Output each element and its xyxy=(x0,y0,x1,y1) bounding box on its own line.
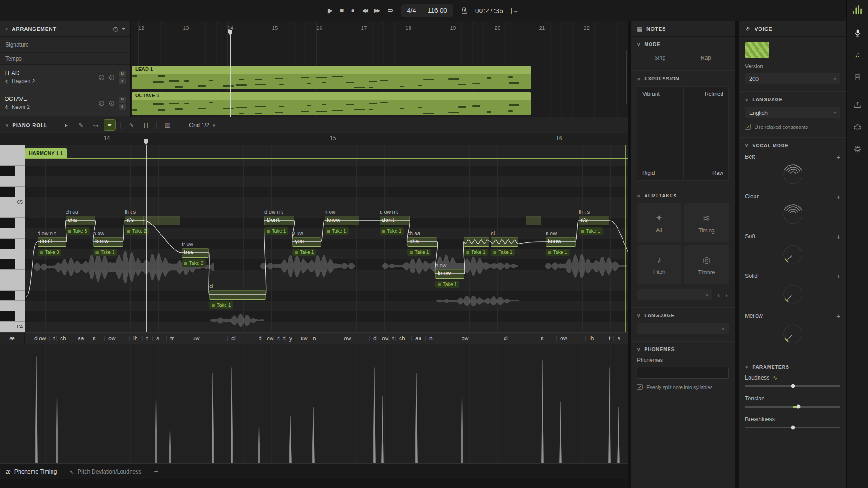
piano-key[interactable] xyxy=(0,187,25,197)
slider-thumb[interactable] xyxy=(791,426,795,430)
piano-key[interactable] xyxy=(0,301,25,311)
phoneme-token[interactable]: s xyxy=(618,335,620,342)
note[interactable] xyxy=(209,290,266,300)
library-panel-button[interactable] xyxy=(850,70,865,84)
glue-tool[interactable]: ↝ xyxy=(89,119,101,131)
phoneme-token[interactable]: y xyxy=(289,335,292,342)
history-button[interactable]: ◷ xyxy=(113,25,118,32)
tension-slider[interactable] xyxy=(745,406,840,408)
phoneme-token[interactable]: ih xyxy=(590,335,594,342)
solo-button[interactable]: S xyxy=(119,78,126,84)
collapse-chevron-icon[interactable]: ∨ xyxy=(5,26,8,31)
chevron-down-icon[interactable]: ∨ xyxy=(745,143,749,148)
phoneme-token[interactable]: ow xyxy=(108,335,115,342)
cloud-sync-button[interactable] xyxy=(850,120,865,134)
phoneme-token[interactable]: ow xyxy=(344,335,351,342)
piano-key[interactable] xyxy=(0,166,25,176)
pan-dial[interactable] xyxy=(108,74,115,81)
voice-panel-button[interactable] xyxy=(850,26,865,40)
arrangement-playhead[interactable] xyxy=(230,35,231,117)
gain-dial[interactable] xyxy=(98,74,105,81)
voice-avatar[interactable] xyxy=(745,42,769,58)
take-badge[interactable]: ▦Take 3 xyxy=(38,249,61,256)
follow-playhead-button[interactable]: |→ xyxy=(510,7,519,14)
chevron-down-icon[interactable]: ∨ xyxy=(745,97,749,102)
slider-thumb[interactable] xyxy=(797,405,801,409)
piano-key[interactable]: C4 xyxy=(0,322,25,332)
forward-button[interactable]: ▶▶ xyxy=(374,8,379,14)
piano-key[interactable] xyxy=(0,207,25,218)
grid-select[interactable]: Grid 1/2 ∨ xyxy=(189,122,216,128)
clear-knob[interactable] xyxy=(781,203,805,226)
note[interactable]: cha xyxy=(407,237,437,247)
track-lead[interactable]: LEAD Hayden 2 M S xyxy=(0,65,130,90)
phoneme-token[interactable]: d ow xyxy=(34,335,46,342)
settings-button[interactable] xyxy=(850,142,865,156)
track-octave[interactable]: OCTAVE Kevin 2 M S xyxy=(0,90,130,116)
export-button[interactable] xyxy=(850,98,865,112)
piano-roll-canvas[interactable]: HARMONY 1 1 d ow n tdon't▦Take 3ch aacha… xyxy=(0,145,628,332)
collapse-chevron-icon[interactable]: ∨ xyxy=(5,122,9,127)
take-badge[interactable]: ▦Take 1 xyxy=(407,249,431,256)
phoneme-token[interactable]: t xyxy=(392,335,394,342)
quantize-tool[interactable]: ▦ xyxy=(161,119,174,131)
take-badge[interactable]: ▦Take 1 xyxy=(380,227,404,235)
soft-knob[interactable] xyxy=(781,243,805,266)
mode-rap-button[interactable]: Rap xyxy=(683,52,729,64)
phoneme-token[interactable]: n xyxy=(313,335,316,342)
version-select[interactable]: 200∨ xyxy=(745,73,840,84)
piano-roll-playhead[interactable] xyxy=(146,145,147,332)
take-badge[interactable]: ▦Take 3 xyxy=(182,259,206,267)
pitch-curve-tool[interactable]: ∿ xyxy=(125,119,137,131)
solid-knob[interactable] xyxy=(781,282,805,306)
take-badge[interactable]: ▦Take 1 xyxy=(264,227,288,235)
note[interactable]: know xyxy=(435,269,464,279)
mellow-knob[interactable] xyxy=(781,322,805,346)
add-soft-button[interactable]: + xyxy=(836,233,840,240)
retake-timbre-button[interactable]: ◎Timbre xyxy=(684,245,729,284)
rewind-button[interactable]: ◀◀ xyxy=(362,8,367,14)
piano-key[interactable] xyxy=(0,249,25,259)
playhead-marker[interactable] xyxy=(144,139,148,145)
phoneme-token[interactable]: aa xyxy=(78,335,84,342)
selected-note-region[interactable] xyxy=(143,216,180,225)
piano-roll-ruler[interactable]: 141516 xyxy=(0,133,628,145)
pen-tool[interactable]: ✒ xyxy=(104,119,116,131)
phoneme-token[interactable]: t xyxy=(146,335,148,342)
piano-key[interactable] xyxy=(0,218,25,228)
play-button[interactable]: ▶ xyxy=(328,7,333,14)
tempo-lane[interactable]: Tempo xyxy=(0,53,130,65)
relaxed-consonants-checkbox[interactable]: ✓ xyxy=(745,124,751,130)
add-belt-button[interactable]: + xyxy=(836,153,840,161)
note[interactable]: Don't xyxy=(264,216,294,225)
retake-pitch-button[interactable]: ♪Pitch xyxy=(637,245,681,284)
phoneme-token[interactable]: s xyxy=(156,335,159,342)
take-badge[interactable]: ▦Take 2 xyxy=(125,227,149,235)
note[interactable]: don't xyxy=(380,216,410,225)
phoneme-token[interactable]: t xyxy=(609,335,610,342)
phoneme-token[interactable]: n xyxy=(93,335,96,342)
chevron-down-icon[interactable]: ∨ xyxy=(637,313,641,318)
take-badge[interactable]: ▦Take 1 xyxy=(464,249,488,256)
add-parameter-tab-button[interactable]: + xyxy=(154,468,158,476)
take-badge[interactable]: ▦Take 1 xyxy=(579,227,603,235)
pan-dial[interactable] xyxy=(108,100,115,107)
solo-button[interactable]: S xyxy=(119,104,126,110)
take-badge[interactable]: ▦Take 1 xyxy=(209,301,233,309)
phoneme-token[interactable]: d xyxy=(259,335,262,342)
piano-key[interactable] xyxy=(0,145,25,155)
note[interactable]: know xyxy=(93,237,123,247)
phoneme-timing-panel[interactable] xyxy=(0,344,628,464)
note[interactable]: it's xyxy=(125,216,144,225)
take-badge[interactable]: ▦Take 3 xyxy=(93,249,117,256)
phoneme-token[interactable]: ow xyxy=(462,335,468,342)
retake-prev-button[interactable]: ‹ xyxy=(717,291,721,299)
note[interactable]: cha xyxy=(66,216,95,225)
piano-key[interactable] xyxy=(0,239,25,249)
phoneme-strip[interactable]: æ d owtchaanowihtstruwcldowntyuwnowdowtc… xyxy=(0,332,628,344)
draw-note-tool[interactable]: ✎ xyxy=(75,119,87,131)
loop-button[interactable] xyxy=(387,7,394,14)
retake-all-button[interactable]: ✦All xyxy=(637,203,681,242)
arrangement-timeline[interactable]: 121314151617181920212223 LEAD 1 OCTAVE 1 xyxy=(131,21,628,117)
phoneme-token[interactable]: d xyxy=(373,335,377,342)
